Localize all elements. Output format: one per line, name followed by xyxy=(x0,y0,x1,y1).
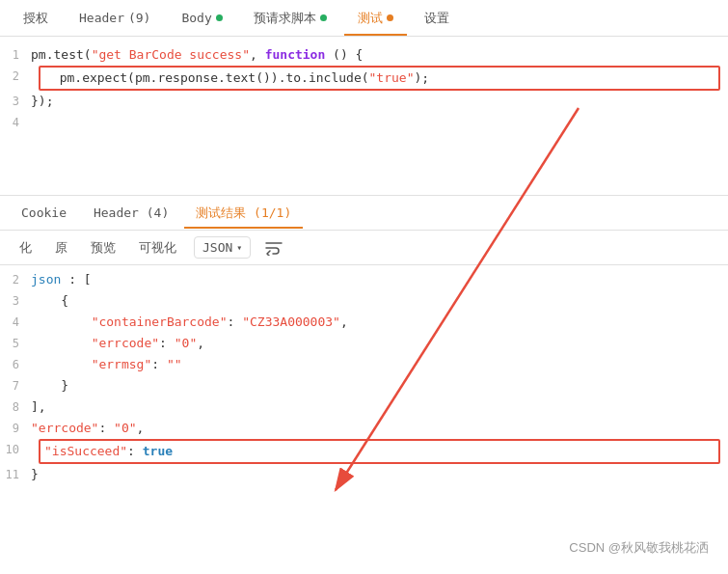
json-line-8: 8 ], xyxy=(0,396,728,418)
tab-body[interactable]: Body xyxy=(168,3,235,33)
tab-resp-header[interactable]: Header (4) xyxy=(82,200,180,226)
top-tab-bar: 授权 Header (9) Body 预请求脚本 测试 设置 xyxy=(0,0,728,37)
json-line-9: 9 "errcode": "0", xyxy=(0,418,728,439)
tab-test[interactable]: 测试 xyxy=(344,2,407,35)
format-btn-visualize[interactable]: 可视化 xyxy=(129,235,186,260)
code-line-3: 3 }); xyxy=(0,91,728,112)
format-btn-raw[interactable]: 原 xyxy=(45,235,77,260)
json-line-3: 3 { xyxy=(0,290,728,312)
format-btn-beautify[interactable]: 化 xyxy=(10,235,41,260)
prescript-dot xyxy=(320,14,327,21)
code-editor: 1 pm.test("get BarCode success", functio… xyxy=(0,37,728,196)
json-line-10: 10 "isSucceed": true xyxy=(0,439,728,464)
test-dot xyxy=(387,14,393,21)
json-format-dropdown[interactable]: JSON ▾ xyxy=(194,236,251,259)
wrap-icon[interactable] xyxy=(260,234,287,261)
format-tab-bar: 化 原 预览 可视化 JSON ▾ xyxy=(0,231,728,265)
json-line-2: 2 json : [ xyxy=(0,269,728,290)
json-line-11: 11 } xyxy=(0,464,728,485)
json-line-6: 6 "errmsg": "" xyxy=(0,354,728,375)
json-line-4: 4 "containerBarcode": "CZ33A000003", xyxy=(0,312,728,333)
format-btn-preview[interactable]: 预览 xyxy=(81,235,125,260)
json-line-7: 7 } xyxy=(0,375,728,396)
tab-auth[interactable]: 授权 xyxy=(10,2,62,35)
tab-header[interactable]: Header (9) xyxy=(66,3,164,33)
watermark: CSDN @秋风敬我桃花洒 xyxy=(569,539,709,557)
code-line-2: 2 pm.expect(pm.response.text()).to.inclu… xyxy=(0,66,728,91)
json-line-5: 5 "errcode": "0", xyxy=(0,333,728,354)
tab-settings[interactable]: 设置 xyxy=(411,2,463,35)
response-area: Cookie Header (4) 测试结果 (1/1) 化 原 预览 可视化 xyxy=(0,196,728,535)
tab-test-result[interactable]: 测试结果 (1/1) xyxy=(184,199,303,228)
code-line-1: 1 pm.test("get BarCode success", functio… xyxy=(0,44,728,66)
code-line-4: 4 xyxy=(0,112,728,133)
response-tab-bar: Cookie Header (4) 测试结果 (1/1) xyxy=(0,196,728,231)
tab-cookie[interactable]: Cookie xyxy=(10,200,78,226)
json-content: 2 json : [ 3 { 4 "containerBarcode": "CZ… xyxy=(0,265,728,535)
tab-prescript[interactable]: 预请求脚本 xyxy=(240,2,340,35)
body-dot xyxy=(216,14,223,21)
